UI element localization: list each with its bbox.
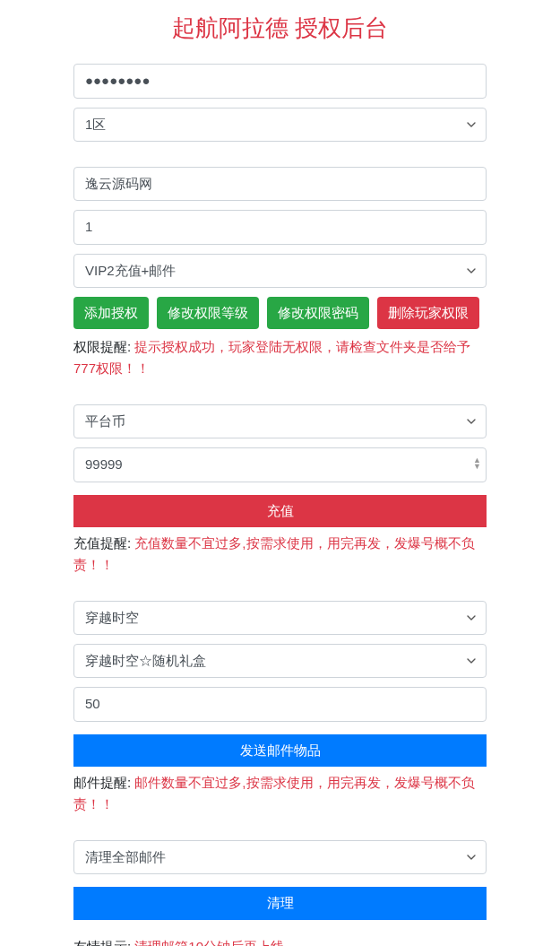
login-section: 1区 [73, 64, 487, 142]
clear-section: 清理全部邮件 清理 友情提示: 清理邮箱10分钟后再上线 [73, 840, 487, 946]
delete-player-button[interactable]: 删除玩家权限 [377, 297, 479, 330]
clear-hint-text: 清理邮箱10分钟后再上线 [134, 939, 284, 947]
recharge-hint-text: 充值数量不宜过多,按需求使用，用完再发，发爆号概不负责！！ [73, 535, 475, 572]
modify-level-button[interactable]: 修改权限等级 [157, 297, 259, 330]
add-auth-button[interactable]: 添加授权 [73, 297, 149, 330]
clear-hint-label: 友情提示: [73, 939, 131, 947]
mail-quantity-input[interactable] [73, 687, 487, 722]
zone-select[interactable]: 1区 [73, 108, 487, 142]
recharge-amount-input[interactable] [73, 447, 487, 482]
player-number-input[interactable] [73, 210, 487, 245]
page-title: 起航阿拉德 授权后台 [73, 13, 487, 44]
auth-hint-label: 权限提醒: [73, 339, 131, 354]
mail-category-select[interactable]: 穿越时空 [73, 601, 487, 635]
recharge-hint: 充值提醒: 充值数量不宜过多,按需求使用，用完再发，发爆号概不负责！！ [73, 533, 487, 576]
mail-hint: 邮件提醒: 邮件数量不宜过多,按需求使用，用完再发，发爆号概不负责！！ [73, 772, 487, 815]
modify-password-button[interactable]: 修改权限密码 [267, 297, 369, 330]
password-input[interactable] [73, 64, 487, 99]
mail-hint-label: 邮件提醒: [73, 775, 131, 790]
recharge-button[interactable]: 充值 [73, 495, 487, 528]
mail-item-select[interactable]: 穿越时空☆随机礼盒 [73, 644, 487, 678]
clear-mail-select[interactable]: 清理全部邮件 [73, 840, 487, 874]
send-mail-button[interactable]: 发送邮件物品 [73, 734, 487, 768]
auth-hint-text: 提示授权成功，玩家登陆无权限，请检查文件夹是否给予777权限！！ [73, 339, 470, 376]
player-name-input[interactable] [73, 167, 487, 202]
recharge-section: 平台币 ▲▼ 充值 充值提醒: 充值数量不宜过多,按需求使用，用完再发，发爆号概… [73, 404, 487, 576]
auth-hint: 权限提醒: 提示授权成功，玩家登陆无权限，请检查文件夹是否给予777权限！！ [73, 336, 487, 379]
clear-button[interactable]: 清理 [73, 887, 487, 920]
currency-select[interactable]: 平台币 [73, 404, 487, 438]
mail-section: 穿越时空 穿越时空☆随机礼盒 发送邮件物品 邮件提醒: 邮件数量不宜过多,按需求… [73, 601, 487, 815]
clear-hint: 友情提示: 清理邮箱10分钟后再上线 [73, 936, 487, 947]
auth-section: VIP2充值+邮件 添加授权 修改权限等级 修改权限密码 删除玩家权限 权限提醒… [73, 167, 487, 380]
recharge-hint-label: 充值提醒: [73, 535, 131, 551]
vip-level-select[interactable]: VIP2充值+邮件 [73, 254, 487, 288]
mail-hint-text: 邮件数量不宜过多,按需求使用，用完再发，发爆号概不负责！！ [73, 775, 475, 811]
